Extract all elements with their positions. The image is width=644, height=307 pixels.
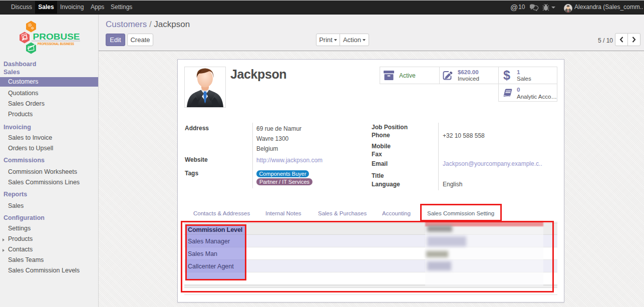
svg-text:PROFESSIONAL BUSINESS: PROFESSIONAL BUSINESS <box>38 42 74 46</box>
svg-text:PROBUSE: PROBUSE <box>33 32 80 41</box>
